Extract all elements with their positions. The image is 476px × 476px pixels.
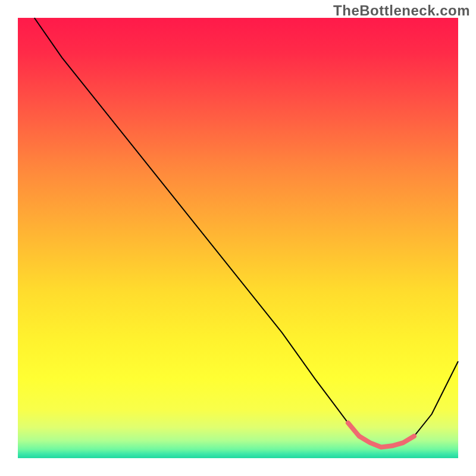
bottleneck-chart: TheBottleneck.com [0, 0, 476, 476]
watermark-text: TheBottleneck.com [333, 2, 470, 19]
chart-svg [0, 0, 476, 476]
plot-area-background [18, 18, 458, 458]
